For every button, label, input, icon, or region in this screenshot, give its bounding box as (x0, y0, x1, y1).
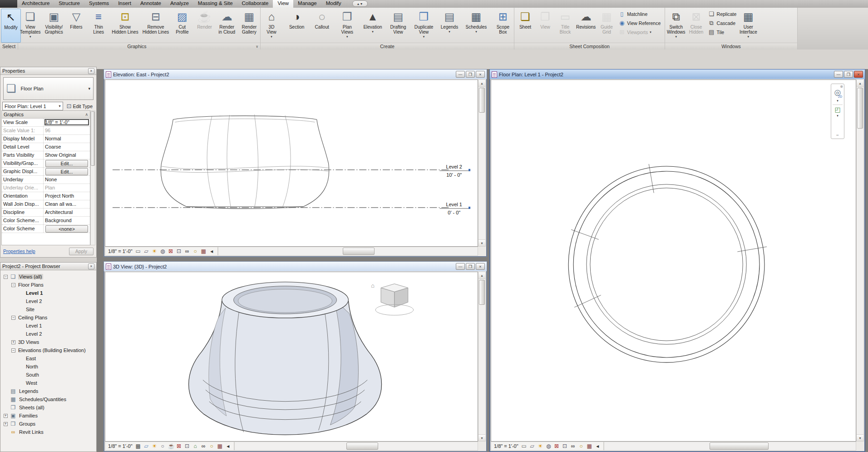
scrollbar-thumb[interactable] (710, 442, 769, 450)
scrollbar-thumb[interactable] (479, 280, 485, 305)
property-value[interactable]: Background (45, 218, 89, 223)
ribbon-tab[interactable]: Massing & Site (193, 0, 237, 8)
tree-item[interactable]: + ❒ Groups (1, 420, 96, 428)
ribbon-button[interactable]: ⊡ Show Hidden Lines (111, 9, 139, 43)
ribbon-button[interactable]: ▽ Filters (66, 9, 86, 43)
horizontal-scrollbar[interactable] (234, 442, 478, 451)
properties-scrollbar[interactable] (90, 110, 95, 245)
ribbon-small-button[interactable]: ◉ View Reference (618, 19, 661, 27)
minimize-button[interactable]: — (456, 263, 465, 270)
ribbon-button[interactable]: ▦ User Interface ▾ (738, 9, 758, 43)
ribbon-button[interactable]: ⊟ Remove Hidden Lines (142, 9, 170, 43)
window-title-bar[interactable]: Floor Plan: Level 1 - Project2 — ❐ × (490, 70, 865, 79)
scrollbar-thumb[interactable] (346, 442, 378, 450)
tree-item[interactable]: ▤ Legends (1, 387, 96, 395)
ribbon-tab[interactable]: Systems (84, 0, 113, 8)
tree-item[interactable]: East (1, 354, 96, 363)
horizontal-scrollbar[interactable] (218, 247, 478, 256)
ribbon-tab[interactable]: Insert (113, 0, 136, 8)
ribbon-tab[interactable]: Analyze (166, 0, 193, 8)
ribbon-tab[interactable]: Manage (293, 0, 321, 8)
property-value[interactable]: <none> (45, 225, 88, 233)
view-control-icon[interactable]: ∞ (570, 443, 576, 449)
view-control-icon[interactable]: ◂ (225, 443, 231, 449)
property-value[interactable]: 96 (45, 128, 89, 133)
property-value[interactable]: Clean all wa... (45, 201, 89, 207)
scrollbar-thumb[interactable] (91, 111, 95, 166)
tree-item[interactable]: − ❏ Views (all) (1, 273, 96, 281)
view-control-icon[interactable]: ☀ (538, 443, 543, 449)
view-control-icon[interactable]: ◂ (209, 248, 215, 254)
ribbon-button[interactable]: ⊞ Scope Box (493, 9, 513, 43)
ribbon-button[interactable]: ▦ Schedules ▾ (465, 9, 488, 43)
vertical-scrollbar[interactable]: ▴ ▾ (478, 272, 486, 442)
window-title-bar[interactable]: Elevation: East - Project2 — ❐ × (104, 70, 487, 79)
restore-button[interactable]: ❐ (466, 263, 475, 270)
tree-item[interactable]: Level 2 (1, 330, 96, 338)
tree-expander[interactable] (19, 365, 24, 369)
ribbon-button[interactable]: ◑ Section (287, 9, 307, 43)
property-value[interactable]: Architectural (45, 209, 89, 215)
ribbon-small-button[interactable]: ▯ Matchline (618, 10, 661, 18)
elevation-canvas[interactable]: Level 2 10' - 0" Level 1 0' - 0" (105, 79, 478, 247)
tree-item[interactable]: North (1, 363, 96, 371)
tree-item[interactable]: South (1, 371, 96, 379)
view-control-icon[interactable]: ⌂ (192, 443, 198, 449)
close-button[interactable]: × (476, 71, 485, 78)
ribbon-button[interactable]: ❐ Plan Views ▾ (337, 9, 357, 43)
property-value[interactable]: Normal (45, 136, 89, 141)
tree-expander[interactable] (19, 324, 24, 328)
ribbon-button[interactable]: ▤ Legends ▾ (439, 9, 459, 43)
tree-expander[interactable]: − (11, 348, 15, 353)
close-button[interactable]: × (476, 263, 485, 270)
tree-expander[interactable]: − (11, 283, 15, 287)
tree-item[interactable]: − Elevations (Building Elevation) (1, 346, 96, 354)
view-control-icon[interactable]: ⊠ (176, 443, 182, 449)
ribbon-button[interactable]: ≡ Thin Lines (89, 9, 108, 43)
view-control-icon[interactable]: ☀ (152, 248, 158, 254)
vertical-scrollbar[interactable]: ▴ ▾ (856, 79, 864, 442)
view-control-icon[interactable]: ▩ (135, 443, 141, 449)
tree-expander[interactable] (3, 389, 8, 393)
tree-expander[interactable] (19, 332, 24, 336)
ribbon-button[interactable]: ◌ Callout (312, 9, 332, 43)
view-control-icon[interactable]: ⊡ (562, 443, 568, 449)
view-control-icon[interactable]: ⊠ (554, 443, 560, 449)
scrollbar-thumb[interactable] (857, 88, 863, 129)
tree-item[interactable]: West (1, 379, 96, 387)
view-control-icon[interactable]: ☕ (168, 443, 174, 449)
tree-expander[interactable] (19, 308, 24, 312)
property-value[interactable]: Coarse (45, 144, 89, 149)
arrow-up-icon[interactable]: ▴ (478, 272, 485, 279)
tree-item[interactable]: ∞ Revit Links (1, 428, 96, 436)
ribbon-button[interactable]: ▣ Visibility/ Graphics (44, 9, 64, 43)
properties-help-link[interactable]: Properties help (3, 248, 35, 254)
tree-expander[interactable]: − (11, 316, 15, 320)
tree-item[interactable]: − Floor Plans (1, 281, 96, 289)
arrow-up-icon[interactable]: ▴ (857, 80, 863, 87)
ribbon-button[interactable]: ☁ Revisions (575, 9, 597, 43)
chevron-down-icon[interactable]: ▾ (88, 86, 90, 91)
ribbon-tab[interactable]: Modify (321, 0, 346, 8)
view-scale-button[interactable]: 1/8" = 1'-0" (108, 443, 133, 449)
ribbon-tab[interactable]: Architecture (17, 0, 54, 8)
tree-item[interactable]: Level 1 (1, 322, 96, 330)
ribbon-button[interactable]: ▦ Render Gallery (239, 9, 259, 43)
ribbon-tab[interactable]: Annotate (136, 0, 166, 8)
arrow-down-icon[interactable]: ▾ (857, 434, 863, 441)
view-control-icon[interactable]: ◂ (595, 443, 601, 449)
tree-expander[interactable] (19, 299, 24, 303)
tree-expander[interactable] (3, 397, 8, 402)
tree-expander[interactable] (3, 406, 8, 410)
ribbon-button[interactable]: ▲ Elevation ▾ (362, 9, 383, 43)
arrow-down-icon[interactable]: ▾ (478, 434, 485, 441)
tree-item[interactable]: + ▣ Families (1, 412, 96, 420)
tree-expander[interactable] (19, 381, 24, 385)
ribbon-button[interactable]: ❐ View (535, 9, 555, 43)
chevron-down-icon[interactable]: ▾ (837, 114, 838, 118)
ribbon-tab[interactable]: View (273, 0, 293, 8)
view-control-icon[interactable]: ▭ (135, 248, 141, 254)
type-selector[interactable]: ❏ Floor Plan ▾ (3, 77, 94, 100)
floor-plan-canvas[interactable]: ⊗ ◎ 2D ▾ ◰ ▾ − (491, 79, 856, 442)
tree-expander[interactable] (19, 373, 24, 377)
